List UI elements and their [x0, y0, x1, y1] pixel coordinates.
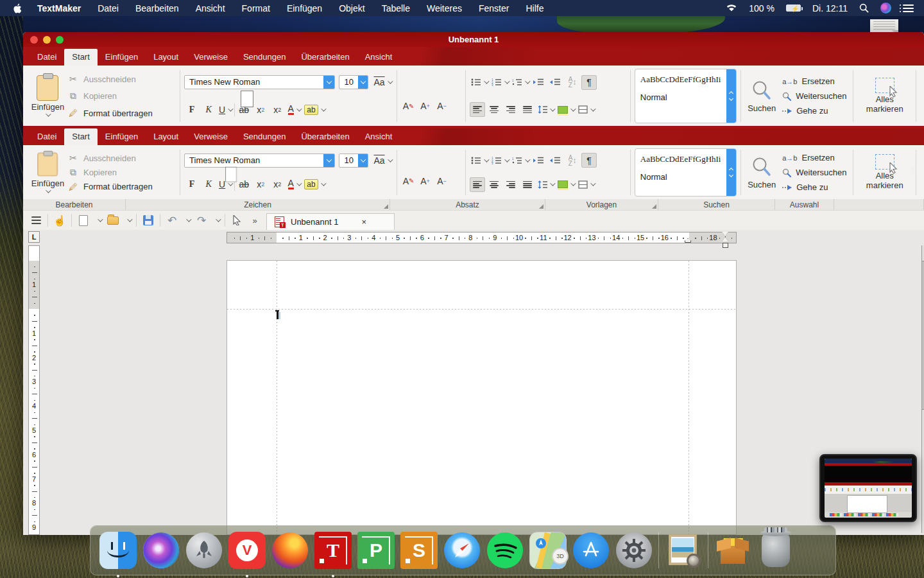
- find-next-button[interactable]: Weitersuchen: [782, 89, 846, 103]
- toolbar-more-button[interactable]: »: [248, 213, 261, 227]
- menubar-item-objekt[interactable]: Objekt: [339, 3, 364, 13]
- find-next-button[interactable]: Weitersuchen: [782, 166, 846, 180]
- document-page[interactable]: [227, 260, 737, 535]
- line-spacing-button[interactable]: [536, 177, 555, 192]
- menubar-item-ansicht[interactable]: Ansicht: [196, 3, 225, 13]
- dropdown-arrow-icon[interactable]: [358, 154, 368, 167]
- dock-vivaldi-icon[interactable]: V: [228, 532, 266, 569]
- open-document-icon[interactable]: [107, 213, 119, 227]
- dock-firefox-icon[interactable]: [271, 532, 309, 569]
- numbered-list-button[interactable]: 123: [490, 75, 509, 90]
- dock-siri-icon[interactable]: [142, 532, 180, 569]
- menubar-clock[interactable]: Di. 12:11: [812, 3, 848, 13]
- ribbon-tab-start[interactable]: Start: [64, 128, 97, 145]
- bullet-list-button[interactable]: [470, 75, 489, 90]
- menubar-item-bearbeiten[interactable]: Bearbeiten: [135, 3, 179, 13]
- sort-button[interactable]: AZ↕: [565, 153, 580, 168]
- tab-selector-box[interactable]: L: [28, 231, 40, 243]
- pointer-icon[interactable]: [230, 213, 243, 227]
- numbered-list-button[interactable]: 123: [490, 153, 509, 168]
- menubar-app-name[interactable]: TextMaker: [37, 3, 81, 13]
- dock-appstore-icon[interactable]: [572, 532, 610, 569]
- menubar-item-format[interactable]: Format: [242, 3, 270, 13]
- search-button[interactable]: Suchen: [748, 80, 776, 113]
- subscript-button[interactable]: x2: [253, 177, 268, 192]
- new-document-icon[interactable]: [77, 213, 90, 227]
- siri-icon[interactable]: [880, 3, 891, 13]
- dock-launchpad-icon[interactable]: [185, 532, 223, 569]
- cut-button[interactable]: ✂Ausschneiden: [67, 71, 176, 87]
- dock-trash-icon[interactable]: [757, 532, 794, 569]
- style-brush-button[interactable]: A✎: [401, 99, 416, 114]
- left-indent-marker[interactable]: [722, 237, 728, 241]
- copy-button[interactable]: ⧉Kopieren: [67, 165, 176, 179]
- align-left-button[interactable]: [470, 102, 485, 117]
- horizontal-ruler[interactable]: 11234567891011121314151618: [227, 232, 737, 243]
- highlight-button[interactable]: ab: [303, 102, 325, 117]
- justify-button[interactable]: [520, 177, 535, 192]
- ribbon-tab-überarbeiten[interactable]: Überarbeiten: [293, 128, 357, 145]
- ribbon-tab-layout[interactable]: Layout: [146, 128, 186, 145]
- ribbon-tab-überarbeiten[interactable]: Überarbeiten: [293, 49, 357, 66]
- ribbon-tab-layout[interactable]: Layout: [146, 49, 186, 66]
- dialog-launcher-icon[interactable]: [539, 204, 543, 209]
- grow-font-button[interactable]: A+: [418, 99, 433, 114]
- search-button[interactable]: Suchen: [748, 156, 776, 189]
- undo-icon[interactable]: ↶: [166, 213, 178, 227]
- borders-button[interactable]: [577, 177, 595, 192]
- save-icon[interactable]: [142, 213, 155, 227]
- ribbon-tab-einfügen[interactable]: Einfügen: [98, 49, 146, 66]
- notification-list-icon[interactable]: [903, 4, 914, 12]
- close-document-icon[interactable]: ×: [361, 217, 366, 227]
- change-case-button[interactable]: Aa: [372, 75, 392, 90]
- styles-gallery[interactable]: AaBbCcDdEeFfGgHhIi Normal: [635, 69, 737, 123]
- touch-mode-icon[interactable]: ☝: [53, 213, 66, 227]
- shrink-font-button[interactable]: A−: [434, 173, 450, 188]
- borders-button[interactable]: [577, 102, 595, 117]
- styles-scroll-spinner[interactable]: [726, 149, 736, 196]
- goto-button[interactable]: Gehe zu: [782, 104, 846, 118]
- dock-preview-icon[interactable]: [665, 532, 702, 569]
- align-right-button[interactable]: [503, 177, 518, 192]
- dock-system-preferences-icon[interactable]: [615, 532, 653, 569]
- ribbon-tab-ansicht[interactable]: Ansicht: [357, 128, 400, 145]
- ribbon-tab-verweise[interactable]: Verweise: [186, 128, 235, 145]
- dock-textmaker-icon[interactable]: T: [314, 532, 352, 569]
- chevron-down-icon[interactable]: [98, 216, 103, 222]
- dialog-launcher-icon[interactable]: [384, 204, 388, 209]
- vertical-ruler[interactable]: 1123456789: [28, 245, 40, 535]
- align-center-button[interactable]: [486, 177, 502, 192]
- show-formatting-marks-button[interactable]: ¶: [581, 153, 597, 168]
- format-painter-button[interactable]: 🖉Format übertragen: [67, 105, 176, 121]
- apple-menu-icon[interactable]: [13, 3, 23, 13]
- grow-font-button[interactable]: A+: [418, 173, 433, 188]
- font-size-combo[interactable]: 10: [339, 153, 368, 168]
- dock-packages-icon[interactable]: [714, 532, 751, 569]
- dock-presentations-icon[interactable]: S: [400, 532, 438, 569]
- bold-button[interactable]: F: [184, 177, 200, 192]
- help-button[interactable]: ?: [910, 166, 915, 176]
- format-painter-button[interactable]: 🖉Format übertragen: [67, 180, 176, 194]
- cut-button[interactable]: ✂Ausschneiden: [67, 151, 176, 165]
- decrease-indent-button[interactable]: [548, 153, 563, 168]
- goto-button[interactable]: Gehe zu: [782, 180, 846, 195]
- style-brush-button[interactable]: A✎: [401, 173, 416, 188]
- multilevel-list-button[interactable]: 1: [511, 75, 530, 90]
- chevron-down-icon[interactable]: [127, 216, 132, 222]
- sort-button[interactable]: AZ↕: [565, 75, 580, 90]
- ribbon-tab-datei[interactable]: Datei: [30, 128, 64, 145]
- line-spacing-button[interactable]: [536, 102, 555, 117]
- dock-finder-icon[interactable]: [99, 532, 137, 569]
- align-right-button[interactable]: [503, 102, 518, 117]
- menubar-item-datei[interactable]: Datei: [98, 3, 119, 13]
- subscript-button[interactable]: x2: [253, 102, 268, 117]
- show-formatting-marks-button[interactable]: ¶: [581, 75, 597, 90]
- ribbon-tab-sendungen[interactable]: Sendungen: [235, 49, 294, 66]
- increase-indent-button[interactable]: [531, 75, 547, 90]
- copy-button[interactable]: ⧉Kopieren: [67, 89, 176, 104]
- underline-button[interactable]: U: [218, 102, 233, 117]
- align-left-button[interactable]: [470, 177, 485, 192]
- spotlight-search-icon[interactable]: [859, 3, 869, 13]
- font-color-button[interactable]: A: [286, 102, 302, 117]
- dialog-launcher-icon[interactable]: [652, 204, 656, 209]
